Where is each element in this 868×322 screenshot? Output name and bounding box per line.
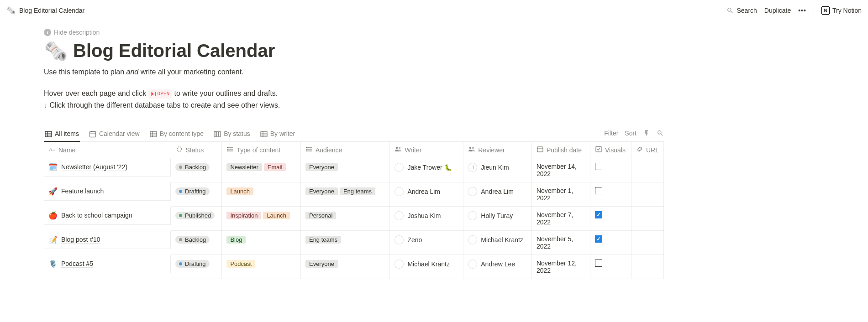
cell-date[interactable]: November 7, 2022 [531,207,590,231]
cell-url[interactable] [631,231,663,255]
cell-date[interactable]: November 5, 2022 [531,231,590,255]
try-notion-button[interactable]: N Try Notion [821,6,862,15]
cell-visuals[interactable] [590,207,631,231]
cell-visuals[interactable] [590,182,631,207]
filter-button[interactable]: Filter [604,130,618,137]
table-row[interactable]: 🚀Feature launchDraftingLaunchEveryoneEng… [44,182,664,207]
cell-reviewer[interactable]: Michael Krantz [463,231,532,255]
cell-writer[interactable]: Jake Trower 🐛 [390,158,463,182]
column-header-visuals[interactable]: Visuals [590,142,631,158]
svg-point-35 [469,147,471,149]
view-tab-by-writer[interactable]: By writer [259,127,296,142]
visuals-checkbox[interactable] [595,163,602,170]
cell-name[interactable]: 🍎Back to school campaign [44,207,171,225]
column-header-reviewer[interactable]: Reviewer [463,142,532,158]
cell-url[interactable] [631,158,663,182]
cell-reviewer[interactable]: Andrew Lee [463,255,532,279]
svg-point-25 [227,149,228,150]
visuals-checkbox[interactable] [595,187,602,194]
cell-reviewer[interactable]: JJieun Kim [463,158,532,182]
table-header-row: AaNameStatusType of contentAudienceWrite… [44,142,664,158]
table-row[interactable]: 🗓️Newsletter (August '22)BacklogNewslett… [44,158,664,182]
page-title[interactable]: Blog Editorial Calendar [73,41,275,61]
column-header-url[interactable]: URL [631,142,663,158]
cell-status[interactable]: Drafting [171,182,222,207]
search-db-icon[interactable] [657,130,664,137]
cell-date[interactable]: November 12, 2022 [531,255,590,279]
open-chip: OPEN [148,89,173,99]
view-tab-calendar-view[interactable]: Calendar view [88,127,141,142]
cell-writer[interactable]: Zeno [390,231,463,255]
cell-name[interactable]: 📝Blog post #10 [44,231,171,249]
cell-url[interactable] [631,207,663,231]
cell-type[interactable]: Podcast [222,255,301,279]
svg-rect-14 [219,131,221,137]
writer-name: Joshua Kim [407,212,441,219]
cell-date[interactable]: November 1, 2022 [531,182,590,207]
cell-reviewer[interactable]: Holly Turay [463,207,532,231]
view-tab-by-status[interactable]: By status [213,127,251,142]
cell-reviewer[interactable]: Andrea Lim [463,182,532,207]
cell-status[interactable]: Backlog [171,158,222,182]
column-header-date[interactable]: Publish date [531,142,590,158]
divider [814,6,814,15]
row-title: Back to school campaign [61,212,132,219]
cell-url[interactable] [631,255,663,279]
cell-date[interactable]: November 14, 2022 [531,158,590,182]
table-row[interactable]: 🍎Back to school campaignPublishedInspira… [44,207,664,231]
column-header-name[interactable]: AaName [44,142,171,158]
publish-date: November 12, 2022 [537,260,577,274]
column-header-status[interactable]: Status [171,142,222,158]
hide-description-button[interactable]: i Hide description [44,29,664,36]
cell-name[interactable]: 🎙️Podcast #5 [44,255,171,273]
visuals-checkbox[interactable] [595,211,602,218]
table-row[interactable]: 🎙️Podcast #5DraftingPodcastEveryoneMicha… [44,255,664,279]
search-button[interactable]: Search [726,7,757,14]
svg-point-20 [177,147,182,151]
visuals-checkbox[interactable] [595,235,602,243]
table-row[interactable]: 📝Blog post #10BacklogBlogEng teamsZenoMi… [44,231,664,255]
cell-type[interactable]: Launch [222,182,301,207]
cell-audience[interactable]: Personal [300,207,389,231]
column-icon [395,145,402,154]
view-tab-all-items[interactable]: All items [44,127,80,142]
column-header-audience[interactable]: Audience [300,142,389,158]
cell-type[interactable]: InspirationLaunch [222,207,301,231]
column-icon [537,145,544,154]
type-tag: Email [264,163,286,171]
breadcrumb[interactable]: 🗞️ Blog Editorial Calendar [6,6,84,15]
column-header-type[interactable]: Type of content [222,142,301,158]
cell-audience[interactable]: Eng teams [300,231,389,255]
column-label: Status [186,146,204,154]
column-label: URL [646,146,659,154]
view-tab-by-content-type[interactable]: By content type [149,127,205,142]
cell-audience[interactable]: EveryoneEng teams [300,182,389,207]
cell-type[interactable]: NewsletterEmail [222,158,301,182]
row-icon: 🚀 [48,187,58,196]
avatar [395,235,404,244]
svg-rect-0 [45,131,52,137]
sort-button[interactable]: Sort [625,130,637,137]
cell-audience[interactable]: Everyone [300,255,389,279]
page-icon[interactable]: 🗞️ [44,40,68,62]
cell-name[interactable]: 🗓️Newsletter (August '22) [44,158,171,177]
more-button[interactable]: ••• [798,7,806,14]
column-header-writer[interactable]: Writer [390,142,463,158]
cell-name[interactable]: 🚀Feature launch [44,182,171,201]
cell-status[interactable]: Backlog [171,231,222,255]
avatar [468,260,477,269]
cell-status[interactable]: Drafting [171,255,222,279]
cell-visuals[interactable] [590,158,631,182]
cell-type[interactable]: Blog [222,231,301,255]
cell-url[interactable] [631,182,663,207]
cell-audience[interactable]: Everyone [300,158,389,182]
automations-icon[interactable] [643,130,650,137]
duplicate-button[interactable]: Duplicate [764,7,791,14]
cell-visuals[interactable] [590,231,631,255]
cell-visuals[interactable] [590,255,631,279]
visuals-checkbox[interactable] [595,260,602,267]
cell-writer[interactable]: Michael Krantz [390,255,463,279]
cell-writer[interactable]: Joshua Kim [390,207,463,231]
cell-status[interactable]: Published [171,207,222,231]
cell-writer[interactable]: Andrea Lim [390,182,463,207]
